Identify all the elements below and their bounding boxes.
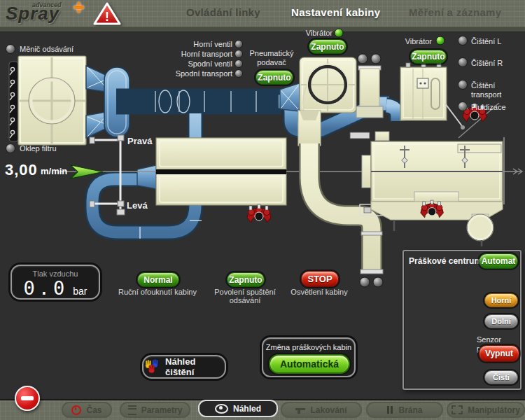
powder-change-caption: Změna práškových kabin bbox=[263, 343, 354, 351]
gun-manipulator-icon bbox=[247, 204, 271, 223]
booth-prava-label: Pravá bbox=[127, 136, 152, 146]
air-pressure-unit: bar bbox=[73, 286, 87, 297]
cleaning-preview-button[interactable]: Náhled čištění bbox=[142, 355, 226, 379]
clock-icon bbox=[71, 405, 81, 415]
valve-label-spodni-ventil: Spodní ventil bbox=[126, 59, 232, 69]
valve-label-spodni-transport: Spodní transport bbox=[126, 69, 232, 78]
eye-icon bbox=[215, 404, 228, 414]
bottom-tab-nahled-label: Náhled bbox=[233, 404, 261, 414]
vibrator2-label: Vibrátor bbox=[402, 37, 432, 46]
cleaning-r-label: Čištění R bbox=[471, 59, 503, 68]
indicator-dot bbox=[358, 54, 368, 64]
blowoff-mode-button[interactable]: Normal bbox=[137, 272, 179, 287]
bottom-tab-lakovani[interactable]: Lakování bbox=[281, 402, 362, 418]
filter-unit bbox=[9, 56, 86, 145]
manipulator-frame-icon bbox=[451, 405, 463, 414]
bottom-tab-manipulatory-label: Manipulátory bbox=[468, 405, 520, 415]
booth-light-caption: Osvětlení kabiny bbox=[283, 288, 356, 296]
indicator-dot bbox=[373, 277, 383, 287]
powder-change-mode-button[interactable]: Automatická bbox=[269, 354, 350, 374]
menic-odsavani-label: Měnič odsávání bbox=[20, 45, 74, 54]
cleaning-l-label: Čištění L bbox=[471, 37, 501, 46]
cleaning-preview-label: Náhled čištění bbox=[165, 356, 225, 377]
indicator-cisteni-l bbox=[458, 36, 468, 46]
indicator-fluidizace bbox=[458, 102, 468, 111]
fluidizace-label: Fluidizace bbox=[471, 103, 506, 112]
bottom-tab-parametry[interactable]: Parametry bbox=[120, 402, 190, 418]
indicator-cisteni-transport bbox=[458, 80, 468, 90]
list-icon bbox=[128, 405, 136, 415]
booth-light-button[interactable]: STOP bbox=[301, 271, 339, 287]
blowoff-caption: Ruční ofouknutí kabiny bbox=[113, 288, 202, 296]
vibrator1-label: Vibrátor bbox=[298, 29, 332, 38]
cleaning-transport-label: Čištění transport bbox=[471, 81, 525, 99]
exhaust-enable-button[interactable]: Zapnuto bbox=[227, 272, 265, 287]
indicator-menic-odsavani bbox=[6, 45, 15, 54]
indicator-oklep-filtru bbox=[6, 144, 15, 153]
indicator-vibrator-1 bbox=[335, 29, 343, 37]
indicator-horni-transport bbox=[235, 50, 243, 58]
indicator-vibrator-2 bbox=[436, 36, 444, 45]
indicator-spodni-ventil bbox=[235, 60, 243, 68]
bottom-tab-cas-label: Čas bbox=[86, 405, 102, 415]
powder-center-auto-button[interactable]: Automat bbox=[479, 253, 518, 269]
vibrator1-state-button[interactable]: Zapnuto bbox=[309, 39, 346, 54]
oklep-filtru-label: Oklep filtru bbox=[20, 144, 57, 153]
powder-center-title: Práškové centrum bbox=[409, 256, 482, 266]
bottom-tab-brana[interactable]: Brána bbox=[366, 402, 443, 418]
gun-manipulator-icon bbox=[421, 200, 443, 218]
powder-change-box: Změna práškových kabin Automatická bbox=[262, 337, 356, 377]
indicator-horni-ventil bbox=[235, 41, 243, 48]
indicator-dot bbox=[360, 277, 370, 287]
no-entry-icon[interactable] bbox=[15, 386, 40, 411]
valve-label-horni-transport: Horní transport bbox=[126, 50, 232, 59]
air-pressure-display: Tlak vzduchu 0.0 bar bbox=[10, 265, 100, 300]
spray-booth-middle bbox=[156, 138, 286, 205]
exhaust-caption: Povolení spuštění odsávání bbox=[202, 288, 288, 304]
bottom-tab-cas[interactable]: Čas bbox=[62, 402, 112, 418]
gate-icon bbox=[386, 406, 393, 414]
spray-gun-icon bbox=[295, 407, 305, 414]
booth-leva-label: Levá bbox=[127, 200, 148, 211]
hmi-screen: advanced Spray ! Ovládání linky Nastaven… bbox=[0, 0, 525, 420]
powder-center-upper-button[interactable]: Horní bbox=[484, 293, 518, 307]
air-pressure-value: 0.0 bbox=[23, 277, 68, 299]
indicator-cisteni-r bbox=[458, 58, 468, 67]
feeder-label: Pneumatický podavač bbox=[246, 49, 297, 67]
bottom-tab-manipulatory[interactable]: Manipulátory bbox=[447, 402, 525, 418]
feeder-column bbox=[356, 66, 383, 118]
powder-clean-button[interactable]: Čisti bbox=[484, 370, 518, 384]
valve-label-horni-ventil: Horní ventil bbox=[126, 40, 232, 49]
hands-icon bbox=[144, 358, 161, 375]
bottom-tab-parametry-label: Parametry bbox=[141, 405, 183, 415]
line-speed-unit: m/min bbox=[41, 166, 67, 176]
vibrator2-state-button[interactable]: Zapnuto bbox=[410, 50, 447, 64]
bottom-tab-nahled[interactable]: Náhled bbox=[198, 400, 278, 417]
indicator-spodni-transport bbox=[235, 70, 243, 78]
powder-sensor-state-button[interactable]: Vypnut bbox=[479, 345, 519, 362]
bottom-tab-lakovani-label: Lakování bbox=[310, 405, 346, 415]
indicator-dot bbox=[371, 54, 381, 64]
powder-center-lower-button[interactable]: Dolní bbox=[484, 314, 518, 328]
feeder-state-button[interactable]: Zapnuto bbox=[255, 70, 293, 85]
bottom-tab-brana-label: Brána bbox=[398, 405, 422, 415]
line-speed-value: 3,00 bbox=[5, 161, 38, 179]
sieve-unit bbox=[400, 63, 465, 130]
